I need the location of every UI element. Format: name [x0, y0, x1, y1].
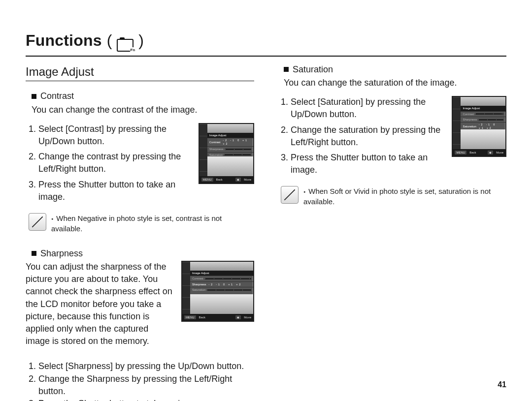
sharpness-block: Sharpness You can adjust the sharpness o…	[26, 247, 254, 401]
lcd-thumbnail-saturation: Image Adjust Contrast Sharpness Saturati…	[452, 96, 506, 157]
list-item: Select [Saturation] by pressing the Up/D…	[291, 96, 443, 121]
title-rule	[26, 56, 506, 57]
list-item: Press the Shutter button to take an imag…	[291, 152, 443, 176]
page-title-text: Functions	[26, 30, 102, 52]
saturation-note-text: When Soft or Vivid in photo style is set…	[303, 186, 506, 207]
right-column: Saturation You can change the saturation…	[278, 62, 506, 401]
list-item: Press the Shutter button to take an imag…	[38, 398, 254, 401]
list-item: Change the contrast by pressing the Left…	[38, 151, 190, 175]
saturation-lead: You can change the saturation of the ima…	[284, 77, 461, 89]
list-item: Select [Contrast] by pressing the Up/Dow…	[38, 123, 190, 148]
lcd-thumbnail-sharpness: Image Adjust Contrast Sharpness-2 -1 0 +…	[181, 261, 254, 322]
saturation-heading: Saturation	[284, 63, 506, 76]
contrast-note-text: When Negative in photo style is set, con…	[51, 213, 254, 234]
contrast-note: When Negative in photo style is set, con…	[29, 213, 254, 234]
lcd-thumbnail-contrast: Image Adjust Contrast-2 -1 0 +1 +2 Sharp…	[199, 123, 254, 184]
contrast-steps: Select [Contrast] by pressing the Up/Dow…	[26, 123, 190, 203]
paren-open: (	[107, 30, 112, 52]
contrast-heading: Contrast	[32, 90, 254, 102]
contrast-lead: You can change the contrast of the image…	[32, 104, 209, 116]
left-column: Image Adjust Contrast You can change the…	[26, 62, 254, 401]
page-number: 41	[498, 379, 506, 390]
section-title: Image Adjust	[26, 63, 254, 80]
note-icon	[29, 213, 46, 231]
sharpness-steps: Select [Sharpness] by pressing the Up/Do…	[26, 360, 254, 401]
saturation-note: When Soft or Vivid in photo style is set…	[281, 186, 506, 207]
sharpness-lead: You can adjust the sharpness of the pict…	[26, 261, 172, 347]
list-item: Select [Sharpness] by pressing the Up/Do…	[38, 360, 254, 372]
list-item: Change the saturation by pressing the Le…	[291, 124, 443, 149]
list-item: Press the Shutter button to take an imag…	[38, 179, 190, 203]
page-title: Functions ( )	[26, 30, 506, 52]
note-icon	[281, 186, 299, 204]
list-item: Change the Sharpness by pressing the Lef…	[38, 373, 254, 398]
saturation-steps: Select [Saturation] by pressing the Up/D…	[278, 96, 443, 176]
camera-fn-icon	[117, 39, 133, 52]
section-rule	[26, 81, 254, 81]
saturation-block: Saturation You can change the saturation…	[278, 63, 506, 207]
sharpness-heading: Sharpness	[32, 247, 254, 260]
contrast-block: Contrast You can change the contrast of …	[26, 90, 254, 234]
paren-close: )	[138, 30, 144, 52]
